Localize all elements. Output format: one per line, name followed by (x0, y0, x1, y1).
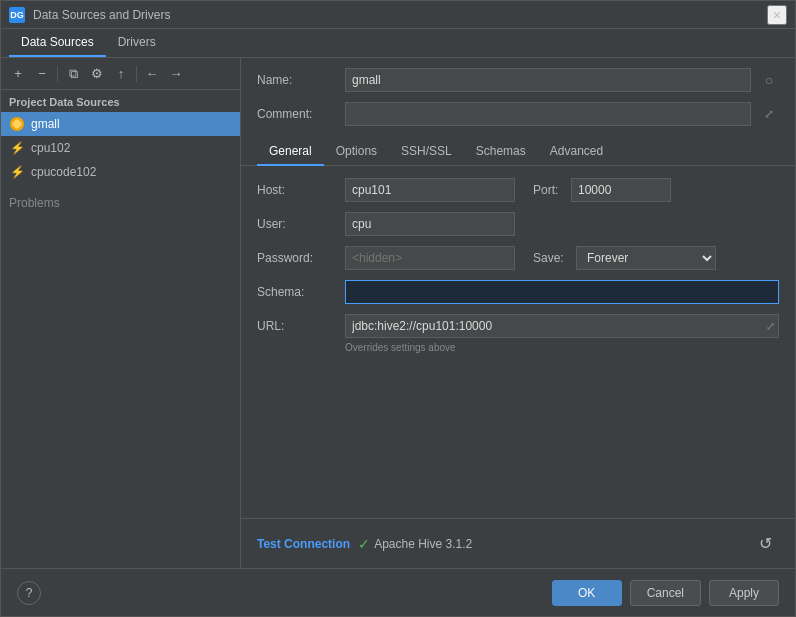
tab-drivers[interactable]: Drivers (106, 29, 168, 57)
schema-row: Schema: (257, 280, 779, 304)
back-button[interactable]: ← (141, 63, 163, 85)
remove-button[interactable]: − (31, 63, 53, 85)
project-data-sources-label: Project Data Sources (1, 90, 240, 112)
right-panel: Name: ○ Comment: ⤢ General Options SSH/S… (241, 58, 795, 568)
problems-section: Problems (1, 188, 240, 218)
app-icon: DG (9, 7, 25, 23)
port-label: Port: (533, 183, 563, 197)
problems-label: Problems (9, 196, 60, 210)
host-input[interactable] (345, 178, 515, 202)
sidebar-item-cpu102[interactable]: ⚡ cpu102 (1, 136, 240, 160)
inner-tabs: General Options SSH/SSL Schemas Advanced (241, 138, 795, 166)
toolbar-separator (57, 66, 58, 82)
port-input[interactable] (571, 178, 671, 202)
url-input-wrap: ⤢ (345, 314, 779, 338)
sidebar-item-label-cpucode102: cpucode102 (31, 165, 96, 179)
comment-expand-button[interactable]: ⤢ (759, 104, 779, 124)
top-tabs: Data Sources Drivers (1, 29, 795, 58)
check-icon: ✓ (358, 536, 370, 552)
tab-general[interactable]: General (257, 138, 324, 166)
schema-label: Schema: (257, 285, 337, 299)
dialog: DG Data Sources and Drivers × Data Sourc… (0, 0, 796, 617)
export-button[interactable]: ↑ (110, 63, 132, 85)
sidebar-item-cpucode102[interactable]: ⚡ cpucode102 (1, 160, 240, 184)
url-input[interactable] (345, 314, 779, 338)
password-label: Password: (257, 251, 337, 265)
copy-button[interactable]: ⧉ (62, 63, 84, 85)
dialog-title: Data Sources and Drivers (33, 8, 759, 22)
save-select[interactable]: Forever Until restart Never (576, 246, 716, 270)
name-input[interactable] (345, 68, 751, 92)
user-label: User: (257, 217, 337, 231)
link-icon-cpucode102: ⚡ (9, 164, 25, 180)
cancel-button[interactable]: Cancel (630, 580, 701, 606)
sidebar-item-label-cpu102: cpu102 (31, 141, 70, 155)
help-button[interactable]: ? (17, 581, 41, 605)
comment-row: Comment: ⤢ (241, 98, 795, 130)
test-status-text: Apache Hive 3.1.2 (374, 537, 472, 551)
tab-ssh-ssl[interactable]: SSH/SSL (389, 138, 464, 166)
main-content: + − ⧉ ⚙ ↑ ← → Project Data Sources gmall… (1, 58, 795, 568)
dialog-footer: ? OK Cancel Apply (1, 568, 795, 616)
sidebar-item-gmall[interactable]: gmall (1, 112, 240, 136)
comment-input[interactable] (345, 102, 751, 126)
sidebar-item-label-gmall: gmall (31, 117, 60, 131)
tab-options[interactable]: Options (324, 138, 389, 166)
ok-button[interactable]: OK (552, 580, 622, 606)
url-label: URL: (257, 319, 337, 333)
test-status: ✓ Apache Hive 3.1.2 (358, 536, 472, 552)
tab-schemas[interactable]: Schemas (464, 138, 538, 166)
url-hint: Overrides settings above (257, 342, 779, 353)
hive-icon (9, 116, 25, 132)
forward-button[interactable]: → (165, 63, 187, 85)
sidebar: + − ⧉ ⚙ ↑ ← → Project Data Sources gmall… (1, 58, 241, 568)
name-row: Name: ○ (241, 58, 795, 98)
reset-button[interactable]: ↺ (751, 530, 779, 558)
password-input[interactable] (345, 246, 515, 270)
schema-input[interactable] (345, 280, 779, 304)
sidebar-toolbar: + − ⧉ ⚙ ↑ ← → (1, 58, 240, 90)
host-label: Host: (257, 183, 337, 197)
toolbar-separator-2 (136, 66, 137, 82)
title-bar: DG Data Sources and Drivers × (1, 1, 795, 29)
tab-advanced[interactable]: Advanced (538, 138, 615, 166)
name-label: Name: (257, 73, 337, 87)
footer-buttons: OK Cancel Apply (552, 580, 779, 606)
url-row: URL: ⤢ (257, 314, 779, 338)
name-refresh-button[interactable]: ○ (759, 70, 779, 90)
tab-data-sources[interactable]: Data Sources (9, 29, 106, 57)
bottom-bar: Test Connection ✓ Apache Hive 3.1.2 ↺ (241, 518, 795, 568)
add-button[interactable]: + (7, 63, 29, 85)
test-connection-button[interactable]: Test Connection (257, 537, 350, 551)
link-icon-cpu102: ⚡ (9, 140, 25, 156)
user-input[interactable] (345, 212, 515, 236)
close-button[interactable]: × (767, 5, 787, 25)
comment-label: Comment: (257, 107, 337, 121)
save-label: Save: (533, 251, 568, 265)
settings-button[interactable]: ⚙ (86, 63, 108, 85)
apply-button[interactable]: Apply (709, 580, 779, 606)
user-row: User: (257, 212, 779, 236)
host-port-row: Host: Port: (257, 178, 779, 202)
url-expand-button[interactable]: ⤢ (766, 320, 775, 333)
form-area: Host: Port: User: Password: Save: Forev (241, 166, 795, 518)
password-row: Password: Save: Forever Until restart Ne… (257, 246, 779, 270)
